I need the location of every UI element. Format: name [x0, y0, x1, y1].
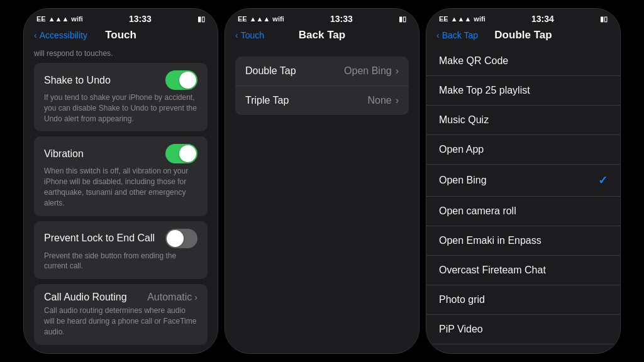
- carrier-2: EE: [238, 15, 247, 23]
- triple-tap-label: Triple Tap: [245, 95, 289, 106]
- list-item-label: Open camera roll: [439, 206, 516, 217]
- chevron-left-icon-3: ‹: [436, 30, 440, 40]
- shake-to-undo-row[interactable]: Shake to Undo If you tend to shake your …: [34, 63, 208, 131]
- wifi-icon-2: wifi: [272, 15, 284, 23]
- call-audio-label: Call Audio Routing: [44, 292, 127, 303]
- carrier-3: EE: [439, 15, 448, 23]
- list-item[interactable]: Overcast Fireteam Chat: [426, 256, 620, 285]
- list-item-label: Open Emaki in Enpass: [439, 235, 541, 246]
- back-label-2: Touch: [241, 30, 264, 40]
- list-item-label: Open App: [439, 144, 484, 155]
- list-item[interactable]: Open Bing ✓: [426, 165, 620, 197]
- signal-icon-2: ▲▲▲: [250, 15, 270, 23]
- battery-icon-1: ▮▯: [197, 15, 205, 23]
- screen-content-3[interactable]: Make QR Code Make Top 25 playlist Music …: [426, 47, 620, 347]
- list-item[interactable]: Open App: [426, 135, 620, 165]
- screen-content-2: Double Tap Open Bing › Triple Tap None ›: [225, 47, 419, 347]
- list-item[interactable]: Make QR Code: [426, 47, 620, 76]
- list-item-label: Make QR Code: [439, 55, 508, 67]
- nav-title-2: Back Tap: [299, 29, 345, 41]
- signal-icon-3: ▲▲▲: [451, 15, 472, 23]
- double-tap-value: Open Bing: [344, 65, 392, 77]
- battery-1: ▮▯: [197, 15, 205, 23]
- time-2: 13:33: [330, 14, 353, 24]
- shake-to-undo-toggle[interactable]: [165, 70, 197, 90]
- shake-to-undo-desc: If you tend to shake your iPhone by acci…: [44, 92, 197, 124]
- list-item-label: Music Quiz: [439, 114, 489, 126]
- time-3: 13:34: [531, 14, 554, 24]
- back-tap-section: Double Tap Open Bing › Triple Tap None ›: [225, 47, 419, 125]
- back-button-3[interactable]: ‹ Back Tap: [436, 30, 478, 40]
- list-item-label: Overcast Fireteam Chat: [439, 265, 546, 276]
- vibration-toggle[interactable]: [165, 144, 197, 163]
- double-tap-row[interactable]: Double Tap Open Bing ›: [235, 57, 409, 86]
- battery-icon-2: ▮▯: [399, 15, 406, 23]
- nav-title-1: Touch: [105, 29, 136, 41]
- double-tap-value-container: Open Bing ›: [344, 65, 399, 77]
- phone-1: EE ▲▲▲ wifi 13:33 ▮▯ ‹ Accessibility Tou…: [23, 8, 218, 354]
- call-audio-value: Automatic: [147, 292, 192, 303]
- phone-2: EE ▲▲▲ wifi 13:33 ▮▯ ‹ Touch Back Tap Do…: [225, 8, 419, 354]
- checkmark-icon: ✓: [598, 173, 608, 187]
- triple-tap-row[interactable]: Triple Tap None ›: [235, 86, 409, 115]
- double-tap-label: Double Tap: [245, 65, 296, 77]
- list-item[interactable]: Open camera roll: [426, 197, 620, 226]
- double-tap-list: Make QR Code Make Top 25 playlist Music …: [426, 47, 620, 347]
- triple-tap-value-container: None ›: [367, 95, 399, 106]
- wifi-icon-3: wifi: [474, 15, 485, 23]
- list-item[interactable]: PiP Video: [426, 315, 620, 344]
- back-button-2[interactable]: ‹ Touch: [235, 30, 264, 40]
- list-item[interactable]: Open Emaki in Enpass: [426, 226, 620, 256]
- carrier-1: EE: [36, 15, 46, 23]
- list-item-label: Photo grid: [439, 294, 485, 305]
- chevron-left-icon-1: ‹: [34, 30, 37, 40]
- carrier-signal-3: EE ▲▲▲ wifi: [439, 15, 486, 23]
- list-item-label: Open Bing: [439, 175, 487, 186]
- battery-2: ▮▯: [399, 15, 406, 23]
- phone-3: EE ▲▲▲ wifi 13:34 ▮▯ ‹ Back Tap Double T…: [426, 8, 621, 354]
- vibration-desc: When this switch is off, all vibration o…: [44, 166, 197, 208]
- call-audio-row[interactable]: Call Audio Routing Automatic › Call audi…: [34, 284, 208, 344]
- chevron-right-icon-4: ›: [396, 95, 399, 106]
- prevent-lock-label: Prevent Lock to End Call: [44, 233, 155, 244]
- vibration-label: Vibration: [44, 148, 84, 160]
- status-bar-1: EE ▲▲▲ wifi 13:33 ▮▯: [24, 9, 218, 26]
- top-description: will respond to touches.: [34, 47, 208, 63]
- list-item[interactable]: Photo grid: [426, 285, 620, 315]
- prevent-lock-row[interactable]: Prevent Lock to End Call Prevent the sid…: [34, 221, 208, 280]
- list-item[interactable]: Play all of current album: [426, 344, 620, 347]
- prevent-lock-desc: Prevent the side button from ending the …: [44, 251, 197, 272]
- time-1: 13:33: [129, 14, 152, 24]
- vibration-row[interactable]: Vibration When this switch is off, all v…: [34, 136, 208, 216]
- nav-bar-3: ‹ Back Tap Double Tap: [426, 26, 620, 47]
- status-bar-2: EE ▲▲▲ wifi 13:33 ▮▯: [225, 9, 419, 26]
- battery-3: ▮▯: [600, 15, 608, 23]
- list-item-label: PiP Video: [439, 324, 483, 335]
- back-tap-group: Double Tap Open Bing › Triple Tap None ›: [235, 57, 409, 115]
- nav-title-3: Double Tap: [494, 29, 552, 41]
- battery-icon-3: ▮▯: [600, 15, 608, 23]
- nav-bar-1: ‹ Accessibility Touch: [24, 26, 218, 47]
- wifi-icon-1: wifi: [71, 15, 82, 23]
- settings-section-1: will respond to touches. Shake to Undo I…: [24, 47, 218, 347]
- triple-tap-value: None: [367, 95, 391, 106]
- screen-content-1: will respond to touches. Shake to Undo I…: [24, 47, 218, 347]
- chevron-left-icon-2: ‹: [235, 30, 238, 40]
- shake-to-undo-label: Shake to Undo: [44, 75, 111, 86]
- back-button-1[interactable]: ‹ Accessibility: [34, 30, 87, 40]
- list-item[interactable]: Music Quiz: [426, 106, 620, 135]
- prevent-lock-toggle[interactable]: [165, 229, 197, 248]
- chevron-right-icon-3: ›: [396, 65, 399, 77]
- back-label-1: Accessibility: [40, 30, 87, 40]
- back-label-3: Back Tap: [442, 30, 478, 40]
- call-audio-desc: Call audio routing determines where audi…: [44, 305, 197, 337]
- list-item[interactable]: Make Top 25 playlist: [426, 76, 620, 106]
- signal-icon-1: ▲▲▲: [48, 15, 69, 23]
- nav-bar-2: ‹ Touch Back Tap: [225, 26, 419, 47]
- carrier-signal-2: EE ▲▲▲ wifi: [238, 15, 284, 23]
- chevron-right-icon: ›: [194, 292, 197, 302]
- carrier-signal-1: EE ▲▲▲ wifi: [36, 15, 83, 23]
- list-item-label: Make Top 25 playlist: [439, 85, 530, 96]
- status-bar-3: EE ▲▲▲ wifi 13:34 ▮▯: [426, 9, 620, 26]
